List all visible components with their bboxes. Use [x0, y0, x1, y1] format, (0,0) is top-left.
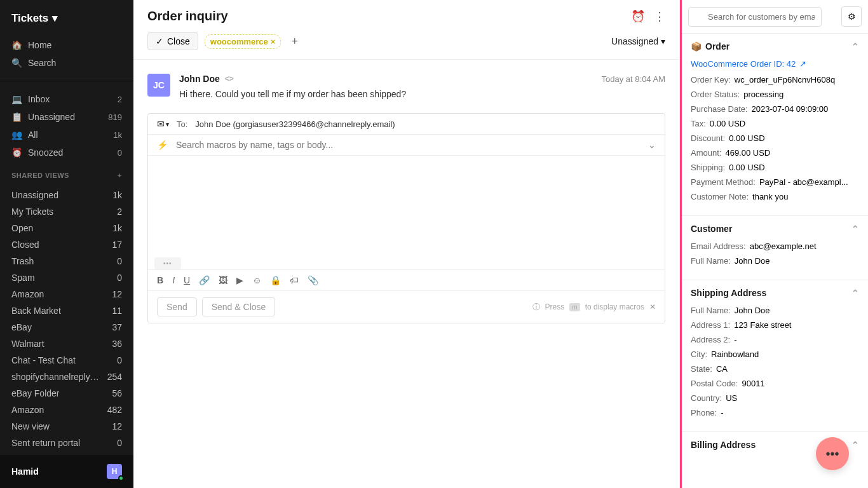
emoji-icon[interactable]: ☺ — [252, 275, 261, 285]
main-panel: Order inquiry ⏰ ⋮ ✓ Close woocommerce × … — [133, 0, 680, 488]
sidebar-item-open[interactable]: Open1k — [0, 220, 133, 236]
sidebar-item-ebay[interactable]: eBay37 — [0, 319, 133, 336]
sidebar-item-unassigned[interactable]: Unassigned1k — [0, 187, 133, 203]
sidebar-item-snoozed[interactable]: ⏰Snoozed0 — [0, 144, 133, 161]
sidebar-item-shopifychannelreply-gmail[interactable]: shopifychannelreply@gmail254 — [0, 369, 133, 385]
quoted-toggle[interactable]: ••• — [154, 257, 181, 269]
help-fab[interactable]: ••• — [816, 437, 849, 470]
sidebar-item-my-tickets[interactable]: My Tickets2 — [0, 203, 133, 220]
field-value: 2023-07-04 09:09:00 — [752, 104, 829, 114]
sidebar-item-count: 0 — [117, 438, 122, 448]
sidebar-item-label: My Tickets — [11, 207, 53, 217]
sidebar: Tickets ▾ 🏠Home🔍Search 💻Inbox2📋Unassigne… — [0, 0, 133, 488]
chevron-up-icon: ⌃ — [851, 41, 859, 51]
sidebar-item-label: Walmart — [11, 339, 44, 349]
image-icon[interactable]: 🖼 — [219, 275, 227, 285]
field-row: Postal Code:90011 — [691, 379, 859, 388]
order-link[interactable]: WooCommerce Order ID: 42 ↗ — [691, 59, 859, 69]
sidebar-item-count: 0 — [117, 273, 122, 283]
field-row: Shipping:0.00 USD — [691, 163, 859, 172]
tag-icon[interactable]: 🏷 — [290, 275, 299, 285]
sidebar-item-back-market[interactable]: Back Market11 — [0, 302, 133, 319]
sidebar-item-search[interactable]: 🔍Search — [0, 54, 133, 72]
sidebar-item-label: Snoozed — [28, 147, 63, 158]
attach-icon[interactable]: 📎 — [308, 275, 318, 285]
sidebar-item-amazon[interactable]: Amazon12 — [0, 286, 133, 302]
composer: ✉▾ To: John Doe (gorgiasuser32399466@cha… — [147, 113, 665, 323]
field-value: 469.00 USD — [725, 148, 770, 158]
tag-woocommerce[interactable]: woocommerce × — [205, 34, 281, 49]
user-avatar: H — [107, 464, 122, 479]
assignee-dropdown[interactable]: Unassigned ▾ — [611, 36, 665, 46]
sidebar-item-chat-test-chat[interactable]: Chat - Test Chat0 — [0, 352, 133, 369]
field-label: State: — [691, 364, 712, 374]
sidebar-item-new-view[interactable]: New view12 — [0, 418, 133, 435]
user-footer[interactable]: Hamid H — [0, 455, 133, 488]
link-icon[interactable]: 🔗 — [199, 275, 210, 285]
external-link-icon: ↗ — [799, 59, 806, 69]
field-label: Email Address: — [691, 241, 746, 251]
sidebar-item-ebay-folder[interactable]: eBay Folder56 — [0, 385, 133, 402]
sidebar-item-amazon[interactable]: Amazon482 — [0, 402, 133, 418]
field-row: Phone:- — [691, 408, 859, 417]
bold-icon[interactable]: B — [157, 275, 163, 285]
to-value[interactable]: John Doe (gorgiasuser32399466@channelrep… — [195, 119, 656, 129]
sidebar-item-sent-return-portal[interactable]: Sent return portal0 — [0, 435, 133, 451]
sidebar-item-count: 1k — [112, 190, 122, 200]
order-section-header[interactable]: 📦Order ⌃ — [682, 34, 868, 59]
sidebar-item-trash[interactable]: Trash0 — [0, 253, 133, 269]
add-view-icon[interactable]: + — [118, 172, 122, 179]
field-value: abc@example.net — [750, 241, 817, 251]
underline-icon[interactable]: U — [184, 275, 190, 285]
italic-icon[interactable]: I — [172, 275, 175, 285]
sidebar-item-inbox[interactable]: 💻Inbox2 — [0, 90, 133, 108]
add-tag-button[interactable]: + — [287, 35, 302, 48]
sidebar-item-count: 12 — [112, 421, 122, 431]
sidebar-item-count: 12 — [112, 289, 122, 299]
sidebar-item-unassigned[interactable]: 📋Unassigned819 — [0, 108, 133, 126]
sidebar-item-label: Trash — [11, 256, 34, 266]
sidebar-item-count: 36 — [112, 339, 122, 349]
customer-section-header[interactable]: Customer ⌃ — [682, 216, 868, 241]
sidebar-item-all[interactable]: 👥All1k — [0, 126, 133, 144]
sidebar-item-count: 819 — [108, 112, 122, 122]
send-close-button[interactable]: Send & Close — [202, 297, 276, 316]
settings-button[interactable]: ⚙ — [841, 6, 862, 27]
all-icon: 👥 — [11, 130, 22, 140]
macro-search-input[interactable] — [157, 140, 641, 150]
sidebar-item-label: shopifychannelreply@gmail — [11, 372, 107, 382]
customer-search-input[interactable] — [688, 7, 822, 27]
ticket-title: Order inquiry — [147, 9, 228, 24]
field-label: Payment Method: — [691, 177, 756, 187]
video-icon[interactable]: ▶ — [236, 275, 243, 285]
sidebar-item-closed[interactable]: Closed17 — [0, 236, 133, 253]
sidebar-item-count: 254 — [107, 372, 122, 382]
shipping-section-header[interactable]: Shipping Address ⌃ — [682, 280, 868, 306]
field-row: Discount:0.00 USD — [691, 133, 859, 143]
macro-chevron-icon[interactable]: ⌄ — [648, 140, 656, 150]
more-icon[interactable]: ⋮ — [654, 10, 665, 24]
close-hint-icon[interactable]: ✕ — [649, 302, 656, 311]
gear-icon: ⚙ — [848, 11, 856, 22]
message-time: Today at 8:04 AM — [602, 74, 665, 84]
sidebar-item-spam[interactable]: Spam0 — [0, 269, 133, 286]
field-label: Full Name: — [691, 306, 731, 315]
info-icon: ⓘ — [532, 302, 540, 313]
field-value: 0.00 USD — [710, 119, 745, 128]
remove-tag-icon[interactable]: × — [271, 37, 276, 46]
sidebar-item-home[interactable]: 🏠Home — [0, 36, 133, 54]
lock-icon[interactable]: 🔒 — [270, 275, 281, 285]
code-icon[interactable]: <> — [225, 74, 234, 83]
sidebar-item-walmart[interactable]: Walmart36 — [0, 336, 133, 352]
channel-selector[interactable]: ✉▾ — [157, 119, 169, 129]
reply-editor[interactable] — [148, 156, 665, 257]
send-button[interactable]: Send — [157, 297, 197, 316]
snooze-icon[interactable]: ⏰ — [631, 10, 645, 24]
field-label: Amount: — [691, 148, 721, 158]
check-icon: ✓ — [156, 36, 163, 46]
close-button[interactable]: ✓ Close — [147, 32, 198, 50]
field-row: Purchase Date:2023-07-04 09:09:00 — [691, 104, 859, 114]
tickets-dropdown[interactable]: Tickets ▾ — [0, 0, 133, 32]
field-value: John Doe — [735, 256, 770, 266]
sidebar-item-count: 0 — [117, 355, 122, 365]
